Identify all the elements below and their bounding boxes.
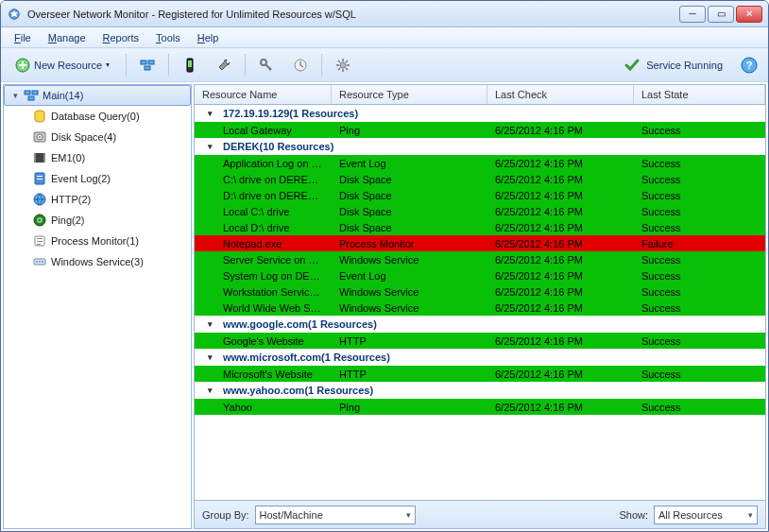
tree-item[interactable]: HTTP(2): [28, 189, 191, 210]
expander-icon: ▾: [208, 386, 217, 395]
column-last-state[interactable]: Last State: [634, 85, 765, 104]
tree-item[interactable]: Windows Service(3): [28, 251, 191, 272]
cell-last-state: Failure: [634, 237, 765, 250]
table-row[interactable]: Application Log on DEREKEvent Log6/25/20…: [195, 155, 765, 171]
cell-resource-name: Google's Website: [195, 335, 332, 348]
cell-last-state: Success: [634, 205, 765, 218]
tree-root-main[interactable]: ▾ Main(14): [4, 85, 191, 106]
menu-file[interactable]: File: [7, 30, 39, 45]
security-button[interactable]: [253, 52, 280, 78]
cell-last-check: 6/25/2012 4:16 PM: [487, 401, 634, 414]
table-row[interactable]: Microsoft's WebsiteHTTP6/25/2012 4:16 PM…: [195, 366, 765, 382]
schedule-button[interactable]: [287, 52, 314, 78]
cell-resource-name: Server Service on DEREK: [195, 253, 332, 266]
tree-item[interactable]: Disk Space(4): [28, 127, 191, 147]
table-row[interactable]: System Log on DEREKEvent Log6/25/2012 4:…: [195, 267, 765, 283]
expander-icon: ▾: [208, 109, 217, 118]
cell-last-check: 6/25/2012 4:16 PM: [487, 221, 634, 234]
svg-rect-3: [148, 60, 154, 64]
cell-resource-name: Microsoft's Website: [195, 368, 332, 381]
svg-point-18: [39, 136, 41, 138]
tree-item[interactable]: Database Query(0): [28, 106, 191, 127]
group-by-value: Host/Machine: [260, 509, 323, 521]
menu-reports[interactable]: Reports: [95, 30, 147, 45]
close-button[interactable]: ✕: [736, 6, 762, 23]
group-by-combo[interactable]: Host/Machine ▾: [255, 506, 416, 524]
column-resource-type[interactable]: Resource Type: [332, 85, 487, 104]
group-title: www.yahoo.com(1 Resources): [223, 385, 373, 396]
tree-item[interactable]: Event Log(2): [28, 168, 191, 189]
cell-resource-name: D:\ drive on DEREK via ...: [195, 189, 332, 202]
chevron-down-icon: ▾: [748, 510, 753, 520]
tree-item[interactable]: Process Monitor(1): [28, 231, 191, 251]
svg-point-28: [39, 219, 41, 221]
cell-resource-name: Local Gateway: [195, 124, 332, 137]
minimize-button[interactable]: ─: [679, 6, 706, 23]
group-row[interactable]: ▾DEREK(10 Resources): [195, 138, 765, 155]
cell-resource-type: HTTP: [332, 368, 487, 381]
group-row[interactable]: ▾www.google.com(1 Resources): [195, 316, 765, 333]
cell-last-check: 6/25/2012 4:16 PM: [487, 124, 634, 137]
table-row[interactable]: D:\ drive on DEREK via ...Disk Space6/25…: [195, 187, 765, 203]
cell-resource-name: C:\ drive on DEREK via ...: [195, 173, 332, 186]
svg-rect-20: [34, 153, 36, 163]
group-title: DEREK(10 Resources): [223, 141, 333, 152]
group-row[interactable]: ▾www.yahoo.com(1 Resources): [195, 382, 765, 399]
resource-grid: Resource Name Resource Type Last Check L…: [194, 84, 766, 501]
column-last-check[interactable]: Last Check: [487, 85, 634, 104]
settings-button[interactable]: [330, 52, 356, 78]
svg-point-9: [340, 62, 346, 68]
proc-icon: [32, 233, 47, 249]
svg-point-36: [42, 261, 43, 263]
cell-last-check: 6/25/2012 4:16 PM: [487, 301, 634, 315]
table-row[interactable]: YahooPing6/25/2012 4:16 PMSuccess: [195, 399, 765, 415]
tree-item[interactable]: EM1(0): [28, 147, 191, 168]
group-icon: [24, 88, 39, 103]
tools-button[interactable]: [211, 52, 237, 78]
help-button[interactable]: ?: [736, 52, 762, 78]
new-resource-button[interactable]: New Resource ▾: [7, 52, 118, 78]
table-row[interactable]: C:\ drive on DEREK via ...Disk Space6/25…: [195, 171, 765, 187]
column-resource-name[interactable]: Resource Name: [195, 85, 332, 104]
table-row[interactable]: Local GatewayPing6/25/2012 4:16 PMSucces…: [195, 122, 765, 138]
table-row[interactable]: Workstation Service on...Windows Service…: [195, 283, 765, 300]
table-row[interactable]: Local C:\ driveDisk Space6/25/2012 4:16 …: [195, 203, 765, 219]
tree-item-label: Event Log(2): [51, 173, 111, 184]
maximize-button[interactable]: ▭: [708, 6, 734, 23]
table-row[interactable]: Notepad.exeProcess Monitor6/25/2012 4:16…: [195, 235, 765, 251]
menu-manage[interactable]: Manage: [41, 30, 94, 45]
menu-help[interactable]: Help: [190, 30, 227, 45]
cell-resource-name: World Wide Web Servic...: [195, 301, 332, 315]
group-view-button[interactable]: [134, 52, 161, 78]
svg-point-35: [39, 261, 41, 263]
svg-rect-31: [37, 241, 43, 242]
show-label: Show:: [619, 509, 648, 521]
svg-rect-2: [141, 60, 146, 64]
cell-resource-name: Application Log on DEREK: [195, 157, 332, 170]
table-row[interactable]: Google's WebsiteHTTP6/25/2012 4:16 PMSuc…: [195, 333, 765, 349]
cell-last-state: Success: [634, 301, 765, 315]
cell-last-check: 6/25/2012 4:16 PM: [487, 205, 634, 218]
group-row[interactable]: ▾www.microsoft.com(1 Resources): [195, 349, 765, 366]
tree-item-label: Windows Service(3): [51, 256, 144, 267]
tree-item[interactable]: Ping(2): [28, 210, 191, 231]
svg-text:?: ?: [746, 60, 753, 71]
cell-last-check: 6/25/2012 4:16 PM: [487, 189, 634, 202]
show-value: All Resources: [658, 509, 723, 521]
menu-tools[interactable]: Tools: [148, 30, 188, 45]
cell-last-state: Success: [634, 189, 765, 202]
svg-rect-6: [188, 60, 192, 67]
group-row[interactable]: ▾172.19.19.129(1 Resources): [195, 105, 765, 122]
cell-resource-name: Local D:\ drive: [195, 221, 332, 234]
cell-resource-name: System Log on DEREK: [195, 269, 332, 283]
table-row[interactable]: Local D:\ driveDisk Space6/25/2012 4:16 …: [195, 219, 765, 235]
toolbar-separator: [168, 54, 169, 77]
toolbar-separator: [321, 54, 322, 77]
table-row[interactable]: Server Service on DEREKWindows Service6/…: [195, 251, 765, 267]
app-icon: [7, 7, 22, 22]
cell-resource-type: Windows Service: [332, 285, 487, 299]
expander-icon: ▾: [10, 91, 20, 100]
notifications-button[interactable]: [177, 52, 203, 78]
table-row[interactable]: World Wide Web Servic...Windows Service6…: [195, 300, 765, 316]
show-combo[interactable]: All Resources ▾: [654, 506, 758, 524]
